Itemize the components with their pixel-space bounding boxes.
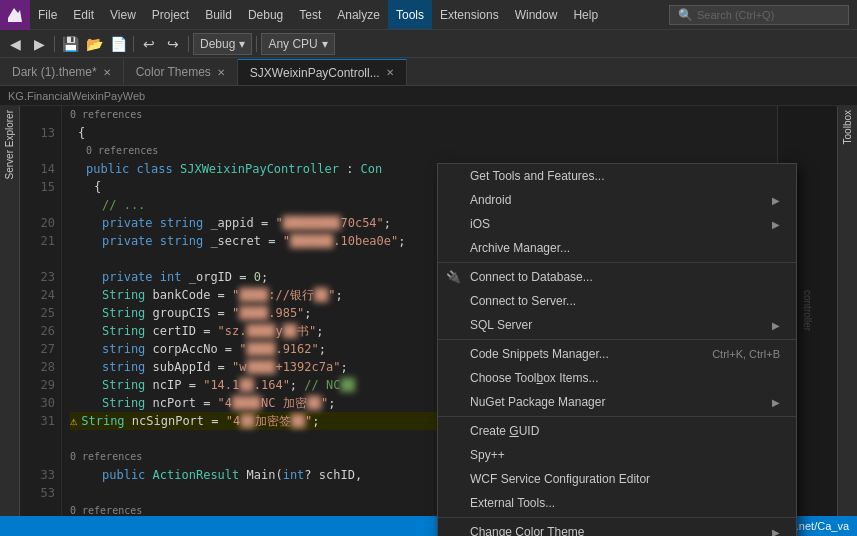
sep-4 bbox=[438, 517, 796, 518]
db-icon: 🔌 bbox=[446, 270, 461, 284]
tab-theme[interactable]: Dark (1).theme* ✕ bbox=[0, 59, 124, 85]
tools-dropdown: Get Tools and Features... Android ▶ iOS … bbox=[437, 163, 797, 536]
search-placeholder: Search (Ctrl+Q) bbox=[697, 9, 774, 21]
color-theme-arrow: ▶ bbox=[772, 527, 780, 537]
menu-project[interactable]: Project bbox=[144, 0, 197, 29]
menu-connect-server[interactable]: Connect to Server... bbox=[438, 289, 796, 313]
menu-snippets[interactable]: Code Snippets Manager... Ctrl+K, Ctrl+B bbox=[438, 342, 796, 366]
menu-build[interactable]: Build bbox=[197, 0, 240, 29]
android-label: Android bbox=[470, 193, 511, 207]
menu-tools[interactable]: Tools bbox=[388, 0, 432, 29]
archive-label: Archive Manager... bbox=[470, 241, 570, 255]
change-color-theme-label: Change Color Theme bbox=[470, 525, 585, 536]
get-tools-label: Get Tools and Features... bbox=[470, 169, 605, 183]
android-arrow: ▶ bbox=[772, 195, 780, 206]
back-button[interactable]: ◀ bbox=[4, 33, 26, 55]
server-explorer-label: Server Explorer bbox=[4, 110, 15, 179]
debug-dropdown[interactable]: Debug ▾ bbox=[193, 33, 252, 55]
tab-controller[interactable]: SJXWeixinPayControll... ✕ bbox=[238, 59, 407, 85]
menu-file[interactable]: File bbox=[30, 0, 65, 29]
breadcrumb-text: KG.FinancialWeixinPayWeb bbox=[8, 90, 145, 102]
search-icon: 🔍 bbox=[678, 8, 693, 22]
save-button[interactable]: 💾 bbox=[59, 33, 81, 55]
ios-arrow: ▶ bbox=[772, 219, 780, 230]
menu-analyze[interactable]: Analyze bbox=[329, 0, 388, 29]
cpu-label: Any CPU bbox=[268, 37, 317, 51]
nuget-arrow: ▶ bbox=[772, 397, 780, 408]
external-tools-label: External Tools... bbox=[470, 496, 555, 510]
separator-2 bbox=[133, 36, 134, 52]
cpu-dropdown-arrow: ▾ bbox=[322, 37, 328, 51]
separator-1 bbox=[54, 36, 55, 52]
snippets-shortcut: Ctrl+K, Ctrl+B bbox=[712, 348, 780, 360]
debug-label: Debug bbox=[200, 37, 235, 51]
toolbox-label: Toolbox bbox=[842, 110, 853, 144]
menu-sql-server[interactable]: SQL Server ▶ bbox=[438, 313, 796, 337]
debug-dropdown-arrow: ▾ bbox=[239, 37, 245, 51]
menu-spy[interactable]: Spy++ bbox=[438, 443, 796, 467]
sep-1 bbox=[438, 262, 796, 263]
snippets-label: Code Snippets Manager... bbox=[470, 347, 609, 361]
sep-2 bbox=[438, 339, 796, 340]
menu-archive[interactable]: Archive Manager... bbox=[438, 236, 796, 260]
connect-db-label: Connect to Database... bbox=[470, 270, 593, 284]
toolbar: ◀ ▶ 💾 📂 📄 ↩ ↪ Debug ▾ Any CPU ▾ bbox=[0, 30, 857, 58]
breadcrumb: KG.FinancialWeixinPayWeb bbox=[0, 86, 857, 106]
menu-help[interactable]: Help bbox=[565, 0, 606, 29]
sql-arrow: ▶ bbox=[772, 320, 780, 331]
sql-label: SQL Server bbox=[470, 318, 532, 332]
ios-label: iOS bbox=[470, 217, 490, 231]
line-numbers: 13 14 15 20 21 23 24 25 26 27 28 29 30 3… bbox=[20, 106, 62, 516]
sep-3 bbox=[438, 416, 796, 417]
menu-edit[interactable]: Edit bbox=[65, 0, 102, 29]
nuget-label: NuGet Package Manager bbox=[470, 395, 605, 409]
undo-button[interactable]: ↩ bbox=[138, 33, 160, 55]
menu-debug[interactable]: Debug bbox=[240, 0, 291, 29]
tab-theme-close[interactable]: ✕ bbox=[103, 67, 111, 78]
spy-label: Spy++ bbox=[470, 448, 505, 462]
tabs-bar: Dark (1).theme* ✕ Color Themes ✕ SJXWeix… bbox=[0, 58, 857, 86]
open-button[interactable]: 📂 bbox=[83, 33, 105, 55]
tab-color-label: Color Themes bbox=[136, 65, 211, 79]
toolbox-panel[interactable]: Toolbox bbox=[837, 106, 857, 516]
forward-button[interactable]: ▶ bbox=[28, 33, 50, 55]
menu-android[interactable]: Android ▶ bbox=[438, 188, 796, 212]
menu-ios[interactable]: iOS ▶ bbox=[438, 212, 796, 236]
menu-wcf[interactable]: WCF Service Configuration Editor bbox=[438, 467, 796, 491]
tab-theme-label: Dark (1).theme* bbox=[12, 65, 97, 79]
separator-3 bbox=[188, 36, 189, 52]
menu-create-guid[interactable]: Create GUID bbox=[438, 419, 796, 443]
menu-window[interactable]: Window bbox=[507, 0, 566, 29]
tab-color-close[interactable]: ✕ bbox=[217, 67, 225, 78]
menu-extensions[interactable]: Extensions bbox=[432, 0, 507, 29]
menu-change-color-theme[interactable]: Change Color Theme ▶ bbox=[438, 520, 796, 536]
menu-test[interactable]: Test bbox=[291, 0, 329, 29]
wcf-label: WCF Service Configuration Editor bbox=[470, 472, 650, 486]
menu-connect-db[interactable]: 🔌 Connect to Database... bbox=[438, 265, 796, 289]
separator-4 bbox=[256, 36, 257, 52]
connect-server-label: Connect to Server... bbox=[470, 294, 576, 308]
menu-get-tools[interactable]: Get Tools and Features... bbox=[438, 164, 796, 188]
choose-toolbox-label: Choose Toolbox Items... bbox=[470, 371, 599, 385]
redo-button[interactable]: ↪ bbox=[162, 33, 184, 55]
menu-nuget[interactable]: NuGet Package Manager ▶ bbox=[438, 390, 796, 414]
menu-choose-toolbox[interactable]: Choose Toolbox Items... bbox=[438, 366, 796, 390]
cpu-dropdown[interactable]: Any CPU ▾ bbox=[261, 33, 334, 55]
vs-logo-icon bbox=[6, 6, 24, 24]
menu-view[interactable]: View bbox=[102, 0, 144, 29]
menu-external-tools[interactable]: External Tools... bbox=[438, 491, 796, 515]
tab-controller-label: SJXWeixinPayControll... bbox=[250, 66, 380, 80]
server-explorer-panel[interactable]: Server Explorer bbox=[0, 106, 20, 516]
new-button[interactable]: 📄 bbox=[107, 33, 129, 55]
tab-controller-close[interactable]: ✕ bbox=[386, 67, 394, 78]
menu-bar: File Edit View Project Build Debug Test … bbox=[0, 0, 857, 30]
create-guid-label: Create GUID bbox=[470, 424, 539, 438]
tab-color-themes[interactable]: Color Themes ✕ bbox=[124, 59, 238, 85]
search-box[interactable]: 🔍 Search (Ctrl+Q) bbox=[669, 5, 849, 25]
